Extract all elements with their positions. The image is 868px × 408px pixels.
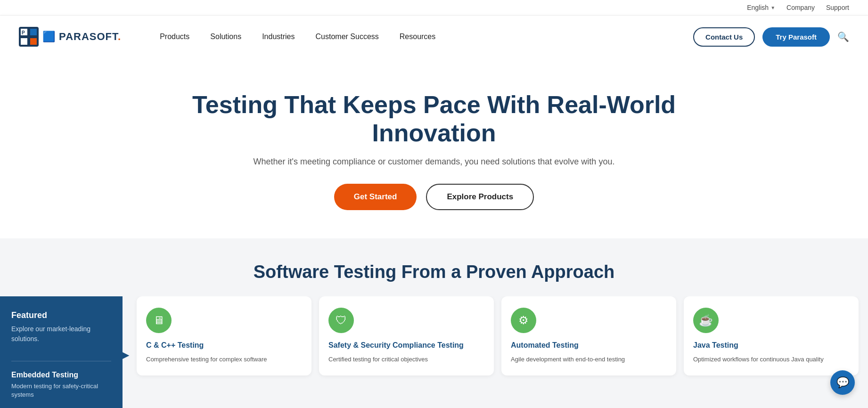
support-label: Support — [826, 4, 849, 11]
svg-rect-2 — [21, 38, 27, 45]
java-testing-title: Java Testing — [693, 341, 849, 351]
main-navbar: P 🟦 PARASOFT. Products Solutions Industr… — [0, 16, 868, 58]
nav-resources[interactable]: Resources — [389, 16, 446, 58]
card-safety-security[interactable]: 🛡 Safety & Security Compliance Testing C… — [319, 296, 494, 375]
nav-products[interactable]: Products — [149, 16, 200, 58]
embedded-testing-sidebar[interactable]: Embedded Testing Modern testing for safe… — [11, 361, 111, 399]
logo-text: 🟦 PARASOFT. — [42, 31, 121, 43]
embedded-testing-title: Embedded Testing — [11, 371, 111, 379]
java-testing-desc: Optimized workflows for continuous Java … — [693, 355, 849, 364]
hero-title: Testing That Keeps Pace With Real-World … — [175, 91, 693, 147]
safety-security-icon: 🛡 — [328, 308, 354, 333]
company-link[interactable]: Company — [786, 4, 815, 11]
logo[interactable]: P 🟦 PARASOFT. — [19, 27, 121, 47]
card-automated-testing[interactable]: ⚙ Automated Testing Agile development wi… — [501, 296, 676, 375]
nav-links: Products Solutions Industries Customer S… — [149, 16, 693, 58]
cards-area: 🖥 C & C++ Testing Comprehensive testing … — [123, 296, 868, 408]
cpp-testing-icon: 🖥 — [146, 308, 172, 333]
cards-row: 🖥 C & C++ Testing Comprehensive testing … — [137, 296, 859, 375]
support-link[interactable]: Support — [826, 4, 849, 11]
svg-text:P: P — [22, 30, 25, 35]
hero-buttons: Get Started Explore Products — [19, 184, 849, 210]
nav-customer-success[interactable]: Customer Success — [305, 16, 389, 58]
card-cpp-testing[interactable]: 🖥 C & C++ Testing Comprehensive testing … — [137, 296, 311, 375]
featured-label: Featured — [11, 310, 111, 320]
nav-actions: Contact Us Try Parasoft 🔍 — [693, 27, 849, 47]
automated-testing-title: Automated Testing — [511, 341, 667, 351]
try-parasoft-button[interactable]: Try Parasoft — [762, 27, 830, 47]
chat-icon: 💬 — [836, 376, 849, 389]
language-label: English — [747, 4, 769, 11]
embedded-testing-desc: Modern testing for safety-critical syste… — [11, 382, 111, 399]
safety-security-desc: Certified testing for critical objective… — [328, 355, 484, 364]
get-started-button[interactable]: Get Started — [334, 184, 417, 210]
card-java-testing[interactable]: ☕ Java Testing Optimized workflows for c… — [684, 296, 859, 375]
chat-bubble-button[interactable]: 💬 — [830, 370, 855, 395]
top-bar: English ▼ Company Support — [0, 0, 868, 16]
cpp-testing-desc: Comprehensive testing for complex softwa… — [146, 355, 302, 364]
nav-industries[interactable]: Industries — [252, 16, 305, 58]
svg-rect-4 — [30, 38, 37, 45]
products-layout: Featured Explore our market-leading solu… — [0, 296, 868, 408]
logo-icon: P — [19, 27, 39, 47]
chevron-down-icon: ▼ — [770, 5, 775, 10]
language-selector[interactable]: English ▼ — [747, 4, 775, 11]
nav-solutions[interactable]: Solutions — [200, 16, 252, 58]
search-icon[interactable]: 🔍 — [837, 31, 849, 42]
explore-products-button[interactable]: Explore Products — [426, 184, 534, 210]
svg-rect-3 — [30, 29, 37, 35]
featured-desc: Explore our market-leading solutions. — [11, 324, 111, 344]
company-label: Company — [786, 4, 815, 11]
cpp-testing-title: C & C++ Testing — [146, 341, 302, 351]
products-section: Software Testing From a Proven Approach … — [0, 238, 868, 408]
automated-testing-icon: ⚙ — [511, 308, 536, 333]
hero-section: Testing That Keeps Pace With Real-World … — [0, 58, 868, 238]
automated-testing-desc: Agile development with end-to-end testin… — [511, 355, 667, 364]
safety-security-title: Safety & Security Compliance Testing — [328, 341, 484, 351]
contact-us-button[interactable]: Contact Us — [693, 27, 755, 47]
hero-subtitle: Whether it's meeting compliance or custo… — [19, 157, 849, 167]
products-section-title: Software Testing From a Proven Approach — [0, 262, 868, 282]
java-testing-icon: ☕ — [693, 308, 719, 333]
sidebar-panel: Featured Explore our market-leading solu… — [0, 296, 123, 408]
